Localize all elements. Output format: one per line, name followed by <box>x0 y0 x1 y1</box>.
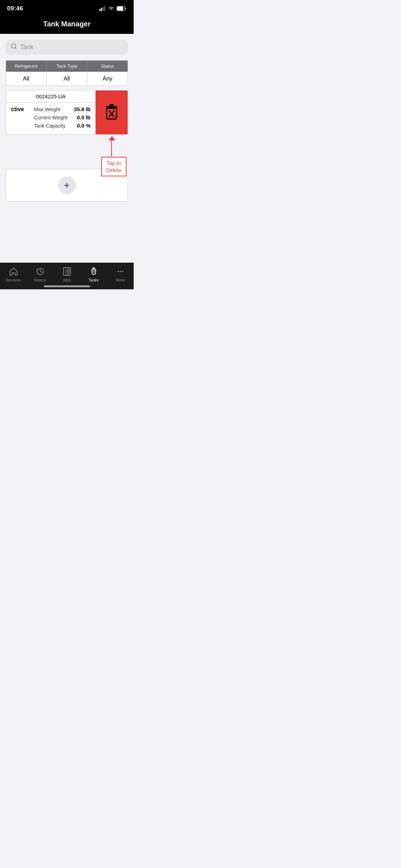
filter-refrigerant-value[interactable]: All <box>6 72 47 86</box>
svg-line-7 <box>15 48 17 49</box>
delete-tooltip: Tap to Delete <box>101 157 127 176</box>
svg-rect-26 <box>96 270 96 271</box>
tank-card-main: 0024225 UA ctive Max Weight 35.8 lb Curr… <box>6 91 96 134</box>
page-title: Tank Manager <box>43 20 91 28</box>
filter-header-tank-type: Tank Type <box>47 61 87 72</box>
svg-rect-21 <box>93 268 94 269</box>
more-icon <box>115 267 125 277</box>
tab-history[interactable]: History <box>27 267 53 282</box>
tab-jobs[interactable]: Jobs <box>53 267 80 282</box>
svg-rect-9 <box>109 104 114 107</box>
svg-point-29 <box>122 271 123 272</box>
delete-tank-button[interactable] <box>96 91 128 134</box>
search-bar[interactable]: Tank <box>6 40 128 55</box>
wifi-icon <box>108 6 114 11</box>
tab-tanks[interactable]: Tanks <box>80 267 107 282</box>
tab-services[interactable]: Services <box>0 267 27 282</box>
history-icon <box>35 267 45 277</box>
tanks-icon <box>89 267 99 277</box>
tank-card-status: ctive <box>6 103 29 116</box>
tank-capacity-label: Tank Capacity <box>34 123 65 129</box>
search-icon <box>11 43 17 51</box>
tab-services-label: Services <box>6 278 21 282</box>
add-icon: + <box>58 176 76 194</box>
svg-point-28 <box>120 271 121 272</box>
tank-capacity-value: 0.0 % <box>77 123 91 129</box>
status-time: 09:46 <box>7 5 23 12</box>
tooltip-arrow-line <box>111 139 112 157</box>
svg-rect-0 <box>99 9 101 11</box>
max-weight-value: 35.8 lb <box>74 106 91 112</box>
filter-header-status: Status <box>87 61 128 72</box>
svg-rect-2 <box>103 7 104 11</box>
svg-rect-3 <box>104 6 106 11</box>
trash-icon <box>103 103 120 122</box>
tab-more[interactable]: More <box>107 267 134 282</box>
home-indicator <box>44 285 90 287</box>
current-weight-row: Current Weight 0.0 lb <box>34 114 91 120</box>
svg-rect-16 <box>67 269 69 271</box>
signal-icon <box>99 6 106 11</box>
filter-tank-type-value[interactable]: All <box>47 72 87 86</box>
tooltip-arrowhead <box>109 136 115 140</box>
filter-status-value[interactable]: Any <box>87 72 128 86</box>
current-weight-label: Current Weight <box>34 115 67 120</box>
scroll-area: Tank Refrigerant Tank Type Status All Al… <box>0 34 134 289</box>
nav-header: Tank Manager <box>0 16 134 34</box>
tab-tanks-label: Tanks <box>88 278 99 282</box>
svg-rect-18 <box>67 271 69 273</box>
filter-header-refrigerant: Refrigerant <box>6 61 47 72</box>
max-weight-label: Max Weight <box>34 107 60 112</box>
max-weight-row: Max Weight 35.8 lb <box>34 106 91 112</box>
tank-card-id: 0024225 UA <box>6 91 96 103</box>
tab-history-label: History <box>34 278 46 282</box>
tab-jobs-label: Jobs <box>63 278 71 282</box>
filter-header-row: Refrigerant Tank Type Status <box>6 60 128 72</box>
tooltip-container: Tap to Delete <box>6 139 128 167</box>
status-bar: 09:46 <box>0 0 134 16</box>
svg-rect-1 <box>101 8 102 11</box>
status-icons <box>99 6 127 11</box>
search-placeholder: Tank <box>20 43 34 51</box>
tab-more-label: More <box>116 278 125 282</box>
battery-icon <box>117 6 127 11</box>
jobs-icon <box>62 267 72 277</box>
home-icon <box>9 267 19 277</box>
current-weight-value: 0.0 lb <box>77 114 91 120</box>
tank-card-body: Max Weight 35.8 lb Current Weight 0.0 lb… <box>29 103 96 134</box>
filter-value-row: All All Any <box>6 72 128 86</box>
svg-rect-20 <box>92 269 96 274</box>
tank-card-wrapper: 0024225 UA ctive Max Weight 35.8 lb Curr… <box>6 90 128 167</box>
tank-capacity-row: Tank Capacity 0.0 % <box>34 123 91 129</box>
svg-rect-5 <box>117 7 123 11</box>
tank-card: 0024225 UA ctive Max Weight 35.8 lb Curr… <box>6 90 128 135</box>
svg-rect-25 <box>91 270 92 271</box>
svg-point-27 <box>118 271 119 272</box>
